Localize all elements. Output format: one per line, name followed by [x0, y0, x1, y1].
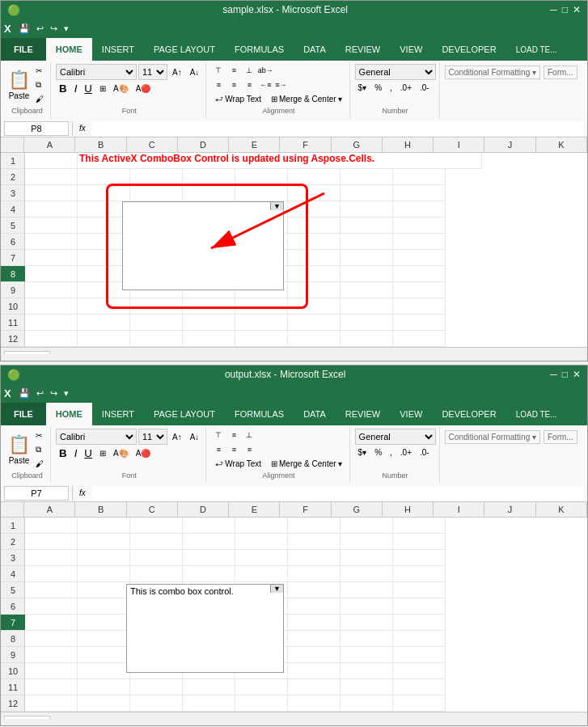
align-left-btn-1[interactable]: ≡	[211, 78, 226, 91]
fill-color-btn-1[interactable]: A🎨	[110, 82, 132, 95]
conditional-formatting-btn-2[interactable]: Conditional Formatting ▾	[445, 430, 540, 444]
col-e-header-2[interactable]: E	[229, 502, 280, 517]
cell-a2-1[interactable]	[25, 169, 78, 185]
cell-b4-2[interactable]	[78, 566, 130, 582]
cell-f3-2[interactable]	[288, 550, 341, 566]
col-j-header-1[interactable]: J	[484, 137, 535, 152]
combobox-dropdown-2[interactable]: ▼	[270, 585, 283, 593]
cell-a12-2[interactable]	[25, 695, 78, 712]
cell-b1-1[interactable]: This ActiveX ComboBox Control is updated…	[78, 153, 482, 169]
row-9-header-1[interactable]: 9	[1, 282, 25, 298]
cell-b8-2[interactable]	[78, 631, 130, 647]
cell-c2-2[interactable]	[130, 534, 183, 550]
inc-decimal-btn-1[interactable]: .0+	[397, 82, 415, 94]
row-12-header-1[interactable]: 12	[1, 331, 25, 347]
format-painter-button-2[interactable]: 🖌	[32, 458, 47, 470]
cell-h5-1[interactable]	[393, 218, 446, 234]
col-i-header-2[interactable]: I	[434, 502, 484, 517]
format-as-table-btn-1[interactable]: Form...	[544, 66, 577, 79]
cell-d11-2[interactable]	[183, 679, 235, 695]
tab-formulas-2[interactable]: FORMULAS	[225, 403, 294, 425]
decrease-indent-1[interactable]: ←≡	[258, 78, 273, 91]
save-button-1[interactable]: 💾	[16, 23, 32, 35]
cell-d3-1[interactable]	[183, 185, 235, 201]
align-center-btn-1[interactable]: ≡	[226, 78, 241, 91]
cell-g6-1[interactable]	[341, 234, 393, 250]
align-bottom-btn-1[interactable]: ⊥	[242, 64, 256, 77]
cell-a6-1[interactable]	[25, 234, 78, 250]
row-11-header-1[interactable]: 11	[1, 315, 25, 331]
cell-h6-1[interactable]	[393, 234, 446, 250]
cell-b7-2[interactable]	[78, 615, 130, 631]
col-i-header-1[interactable]: I	[434, 137, 484, 152]
number-format-select-2[interactable]: General	[355, 429, 436, 445]
col-d-header-2[interactable]: D	[178, 502, 229, 517]
cell-a9-2[interactable]	[25, 647, 78, 663]
col-f-header-2[interactable]: F	[280, 502, 331, 517]
cell-h7-2[interactable]	[393, 615, 446, 631]
cell-h8-1[interactable]	[393, 266, 446, 282]
cell-a12-1[interactable]	[25, 331, 78, 347]
cell-f11-2[interactable]	[288, 679, 341, 695]
cell-g7-2[interactable]	[341, 615, 393, 631]
col-d-header-1[interactable]: D	[178, 137, 229, 152]
cell-e2-1[interactable]	[235, 169, 288, 185]
tab-loadte-1[interactable]: LOAD TE...	[506, 38, 567, 61]
dec-decimal-btn-2[interactable]: .0-	[417, 446, 433, 459]
name-box-2[interactable]	[4, 486, 69, 501]
cell-d2-2[interactable]	[183, 534, 235, 550]
cell-a11-1[interactable]	[25, 315, 78, 331]
cell-h12-2[interactable]	[393, 695, 446, 712]
bold-button-2[interactable]: B	[56, 446, 70, 460]
increase-font-btn-1[interactable]: A↑	[169, 66, 185, 78]
close-1[interactable]: ✕	[573, 4, 581, 15]
cell-a5-1[interactable]	[25, 218, 78, 234]
row-5-header-1[interactable]: 5	[1, 218, 25, 234]
merge-center-button-2[interactable]: ⊞ Merge & Center ▾	[267, 458, 346, 470]
cell-f5-2[interactable]	[288, 582, 341, 598]
cell-f2-2[interactable]	[288, 534, 341, 550]
row-2-header-1[interactable]: 2	[1, 169, 25, 185]
name-box-1[interactable]	[4, 121, 69, 136]
cell-b6-2[interactable]	[78, 598, 130, 615]
row-10-header-1[interactable]: 10	[1, 298, 25, 315]
cell-a3-2[interactable]	[25, 550, 78, 566]
fill-color-btn-2[interactable]: A🎨	[110, 447, 132, 459]
cell-c1-2[interactable]	[130, 518, 183, 534]
close-2[interactable]: ✕	[573, 369, 581, 380]
borders-btn-2[interactable]: ⊞	[96, 447, 109, 459]
cell-g1-2[interactable]	[341, 518, 393, 534]
font-size-select-1[interactable]: 11	[138, 64, 167, 80]
cell-a2-2[interactable]	[25, 534, 78, 550]
cell-g4-1[interactable]	[341, 201, 393, 218]
row-4-header-1[interactable]: 4	[1, 201, 25, 218]
italic-button-2[interactable]: I	[71, 446, 81, 460]
wrap-text-button-1[interactable]: ⮐ Wrap Text	[211, 93, 265, 105]
col-f-header-1[interactable]: F	[280, 137, 331, 152]
row-3-header-1[interactable]: 3	[1, 185, 25, 201]
align-bottom-btn-2[interactable]: ⊥	[242, 429, 256, 442]
row-7-header-2[interactable]: 7	[1, 615, 25, 631]
maximize-1[interactable]: □	[562, 4, 568, 15]
tab-file-1[interactable]: FILE	[1, 38, 46, 61]
cell-e1-2[interactable]	[235, 518, 288, 534]
merge-dropdown-1[interactable]: ▾	[338, 95, 342, 104]
cell-g12-1[interactable]	[341, 331, 393, 347]
align-left-btn-2[interactable]: ≡	[211, 443, 226, 456]
redo-button-1[interactable]: ↪	[48, 23, 60, 35]
tab-home-2[interactable]: HOME	[46, 403, 92, 425]
cell-f5-1[interactable]	[288, 218, 341, 234]
cell-h3-2[interactable]	[393, 550, 446, 566]
cell-f3-1[interactable]	[288, 185, 341, 201]
cell-f10-1[interactable]	[288, 298, 341, 315]
cell-h9-1[interactable]	[393, 282, 446, 298]
increase-indent-1[interactable]: ≡→	[273, 78, 288, 91]
copy-button-1[interactable]: ⧉	[32, 78, 47, 91]
col-k-header-1[interactable]: K	[536, 137, 587, 152]
cell-a9-1[interactable]	[25, 282, 78, 298]
cell-f9-2[interactable]	[288, 647, 341, 663]
combobox-text-1[interactable]	[123, 202, 270, 205]
minimize-1[interactable]: ─	[550, 4, 557, 15]
cell-e12-2[interactable]	[235, 695, 288, 712]
cell-f4-1[interactable]	[288, 201, 341, 218]
